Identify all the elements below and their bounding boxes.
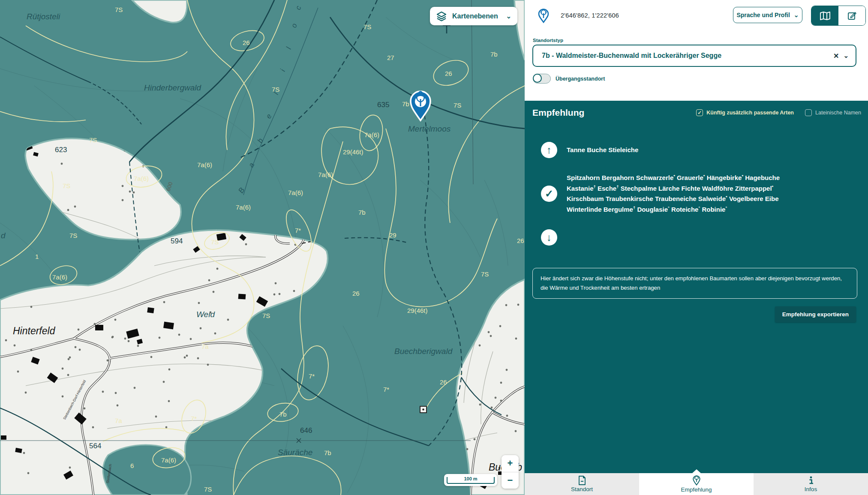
future-species-checkbox-group[interactable]: ✓ Künftig zusätzlich passende Arten [696, 109, 794, 116]
tree-dot [102, 391, 104, 393]
tree-dot [190, 338, 192, 340]
map-label: 7b [358, 209, 366, 216]
tree-dot [62, 368, 64, 370]
species-marker: † [594, 184, 596, 189]
clear-icon[interactable]: ✕ [829, 52, 843, 60]
species-name: Kastanie [567, 185, 594, 192]
layers-icon [436, 11, 447, 22]
map-label: 7S [89, 136, 97, 144]
topographic-map[interactable]: 7S267S277b267S7S7b7a(6)29(46t)7a(6)7a(6)… [0, 0, 525, 495]
map-label: d [1, 231, 6, 240]
species-name: Winterlinde [567, 206, 602, 213]
tree-dot [279, 293, 281, 295]
map-label: Säuräche [278, 448, 312, 457]
building [147, 307, 154, 313]
building [95, 325, 103, 330]
map-label: 7* [383, 386, 389, 393]
map-label: 29(46t) [407, 307, 428, 314]
tab-empfehlung[interactable]: Empfehlung [639, 473, 754, 495]
species-name: Bergahorn [602, 174, 634, 181]
tree-dot [479, 404, 481, 406]
tree-dot [168, 400, 170, 402]
species-name: Robinie [702, 206, 725, 213]
tree-dot [133, 192, 135, 194]
check-icon: ✓ [541, 186, 557, 202]
map-label: 7S [363, 23, 371, 30]
zoom-in-button[interactable]: + [502, 455, 519, 472]
edit-pencil-icon [847, 11, 857, 21]
map-label: 623 [55, 146, 67, 154]
species-name: Buche [587, 146, 607, 153]
chevron-down-icon: ⌄ [506, 12, 511, 20]
tree-dot [67, 374, 69, 376]
arrow-down-icon: ↓ [541, 229, 557, 246]
map-label: Hinterfeld [13, 325, 56, 336]
tree-dot [74, 206, 76, 208]
edit-view-button[interactable] [838, 6, 865, 25]
tab-infos[interactable]: Infos [754, 473, 868, 495]
treeapp-screen: { "header": { "coordinates": "2'646'862,… [0, 0, 868, 495]
map-label: 26 [445, 70, 452, 77]
map-pane[interactable]: 7S267S277b267S7S7b7a(6)29(46t)7a(6)7a(6)… [0, 0, 525, 495]
tab-standort[interactable]: Standort [525, 473, 639, 495]
species-list: Tanne Buche Stieleiche [567, 145, 798, 156]
tree-dot [159, 337, 161, 339]
tree-dot [122, 185, 124, 187]
checkbox-checked-icon[interactable]: ✓ [696, 109, 703, 116]
treeapp-pin-icon [692, 475, 701, 486]
zoom-out-button[interactable]: − [502, 472, 519, 489]
recommendation-section: Empfehlung ✓ Künftig zusätzlich passende… [525, 101, 868, 473]
tree-dot [107, 360, 109, 362]
species-name: Douglasie [637, 206, 668, 213]
site-type-select[interactable]: 7b - Waldmeister-Buchenwald mit Lockeräh… [532, 45, 856, 67]
map-layers-button[interactable]: Kartenebenen ⌄ [430, 7, 517, 25]
map-label: Buechberigwald [394, 347, 453, 356]
tree-dot [124, 338, 126, 340]
transition-site-row: Übergangsstandort [533, 74, 605, 84]
transition-site-toggle[interactable] [533, 74, 551, 84]
tree-dot [137, 345, 139, 347]
species-name: Esche [598, 185, 616, 192]
tree-dot [275, 282, 277, 285]
species-name: Schwarzerle [636, 174, 674, 181]
tree-dot [75, 346, 77, 348]
tree-dot [67, 209, 69, 211]
recommendation-header: Empfehlung ✓ Künftig zusätzlich passende… [532, 108, 861, 118]
map-label: 7* [309, 372, 315, 380]
language-profile-button[interactable]: Sprache und Profil ⌄ [733, 7, 802, 23]
tree-dot [495, 397, 497, 399]
species-name: Fichte [681, 185, 700, 192]
map-label: 26 [440, 378, 447, 386]
map-label: Hinderbergwald [144, 83, 202, 92]
tree-dot [84, 408, 86, 410]
map-label: 6 [130, 462, 134, 469]
latin-names-checkbox-group[interactable]: Lateinische Namen [805, 109, 861, 116]
checkbox-unchecked-icon[interactable] [805, 109, 812, 116]
recommendation-title: Empfehlung [532, 108, 685, 118]
map-label: Weid [196, 310, 215, 319]
tree-dot [78, 329, 80, 331]
transition-site-label: Übergangsstandort [556, 76, 605, 82]
coordinates-readout: 2'646'862, 1'222'606 [561, 12, 619, 19]
map-zoom-control[interactable]: + − [502, 455, 519, 489]
map-label: 646 [300, 426, 312, 435]
species-name: Waldföhre [702, 185, 733, 192]
species-list: Spitzahorn Bergahorn Schwarzerle* Grauer… [567, 173, 798, 215]
building [163, 321, 174, 329]
tree-dot [155, 416, 157, 418]
tree-dot [25, 392, 27, 394]
tree-dot [500, 382, 502, 384]
species-name: Bergulme [604, 206, 633, 213]
tree-dot [184, 357, 186, 359]
map-label: 7S [69, 232, 77, 239]
map-label: 7b [279, 411, 287, 418]
map-label: 564 [89, 442, 101, 450]
map-label: 7S [211, 238, 219, 246]
building [238, 294, 246, 299]
species-marker: * [726, 195, 727, 199]
export-recommendation-button[interactable]: Empfehlung exportieren [775, 306, 856, 322]
tree-dot [150, 356, 153, 358]
map-view-button[interactable] [811, 6, 838, 25]
species-row-promoted: ↑ Tanne Buche Stieleiche [541, 142, 851, 158]
tree-dot [69, 467, 71, 469]
